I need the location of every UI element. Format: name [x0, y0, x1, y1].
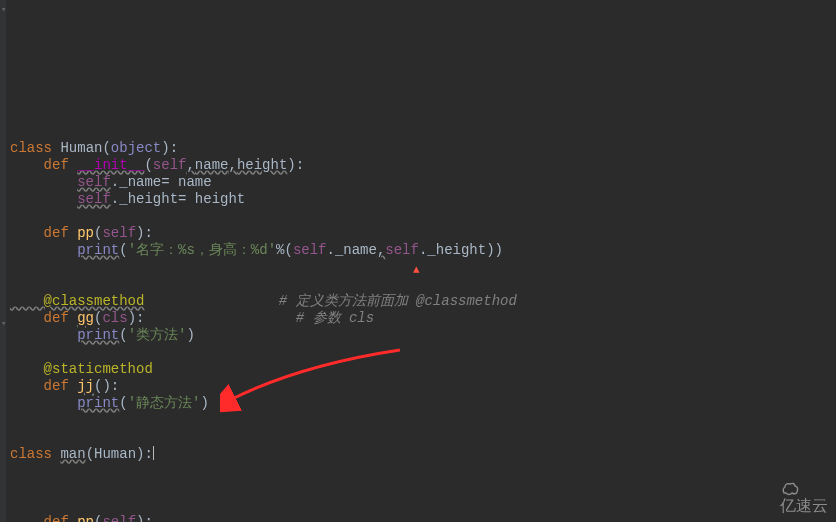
builtin: object	[111, 140, 161, 156]
watermark-text: 亿速云	[780, 498, 828, 516]
keyword: def	[10, 157, 77, 173]
keyword: class	[10, 140, 60, 156]
punct: ():	[94, 378, 119, 394]
punct: (	[102, 140, 110, 156]
fold-icon[interactable]: ▾	[1, 320, 6, 329]
keyword: def	[10, 514, 77, 522]
code: ._height= height	[111, 191, 245, 207]
method-name: pp	[77, 514, 94, 522]
comment: # 定义类方法前面加 @classmethod	[279, 293, 517, 309]
code: (Human):	[86, 446, 153, 462]
indent	[10, 395, 77, 411]
code: %(	[276, 242, 293, 258]
punct: ):	[161, 140, 178, 156]
param: height	[237, 157, 287, 173]
punct: ):	[128, 310, 145, 326]
method-name: pp	[77, 225, 94, 241]
keyword: def	[10, 310, 77, 326]
punct: ):	[287, 157, 304, 173]
fold-icon[interactable]: ▾	[1, 6, 6, 15]
watermark: 亿速云	[761, 464, 828, 516]
indent	[10, 174, 77, 190]
space	[144, 293, 278, 309]
punct: ,	[228, 157, 236, 173]
punct: )	[200, 395, 208, 411]
self: self	[385, 242, 419, 258]
code-editor[interactable]: class Human(object): def __init__(self,n…	[10, 140, 836, 522]
self: self	[77, 191, 111, 207]
space	[144, 310, 295, 326]
self-param: self	[102, 225, 136, 241]
class-name: Human	[60, 140, 102, 156]
keyword: def	[10, 378, 77, 394]
text-cursor	[153, 446, 154, 460]
self: self	[293, 242, 327, 258]
indent	[10, 242, 77, 258]
punct: ):	[136, 225, 153, 241]
string: '静态方法'	[128, 395, 201, 411]
string: '类方法'	[128, 327, 187, 343]
builtin-print: print	[77, 242, 119, 258]
editor-gutter	[0, 0, 6, 522]
punct: (	[119, 242, 127, 258]
self-param: self	[153, 157, 187, 173]
self: self	[77, 174, 111, 190]
string: '名字：%s，身高：%d'	[128, 242, 276, 258]
indent	[10, 191, 77, 207]
param: name	[195, 157, 229, 173]
decorator: @classmethod	[10, 293, 144, 309]
builtin-print: print	[77, 327, 119, 343]
code: ._height))	[419, 242, 503, 258]
punct: (	[144, 157, 152, 173]
keyword: class	[10, 446, 60, 462]
self-param: self	[102, 514, 136, 522]
class-name: man	[60, 446, 85, 462]
punct: (	[119, 395, 127, 411]
punct: ,	[186, 157, 194, 173]
punct: ):	[136, 514, 153, 522]
method-name: gg	[77, 310, 94, 326]
punct: (	[119, 327, 127, 343]
method-name: jj	[77, 378, 94, 394]
builtin-print: print	[77, 395, 119, 411]
code: ._name	[326, 242, 376, 258]
comment: # 参数 cls	[296, 310, 374, 326]
punct: )	[186, 327, 194, 343]
code: ._name= name	[111, 174, 212, 190]
decorator: @staticmethod	[10, 361, 153, 377]
cls-param: cls	[102, 310, 127, 326]
indent	[10, 327, 77, 343]
keyword: def	[10, 225, 77, 241]
method-name: __init__	[77, 157, 144, 173]
